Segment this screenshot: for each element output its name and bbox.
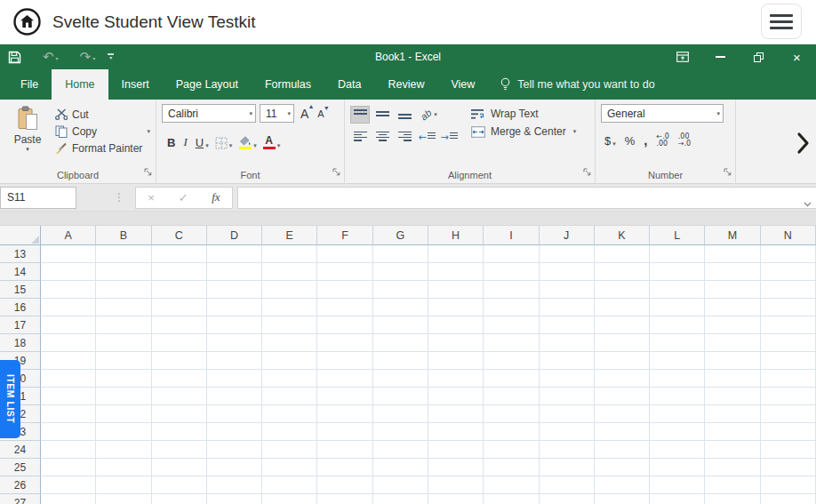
grid-cell[interactable] [96, 441, 151, 459]
grid-cell[interactable] [761, 245, 816, 263]
grid-cell[interactable] [207, 352, 262, 370]
number-format-select[interactable]: General ▾ [601, 104, 724, 123]
tab-view[interactable]: View [437, 69, 488, 100]
grid-cell[interactable] [317, 281, 372, 299]
align-right-button[interactable] [395, 128, 414, 146]
alignment-dialog-launcher[interactable] [583, 164, 591, 180]
grid-cell[interactable] [41, 316, 96, 334]
column-header[interactable]: J [540, 226, 595, 245]
grid-cell[interactable] [540, 245, 595, 263]
grid-cell[interactable] [96, 281, 151, 299]
grid-cell[interactable] [207, 388, 262, 405]
grid-cell[interactable] [761, 370, 816, 388]
tab-insert[interactable]: Insert [108, 69, 163, 100]
grid-cell[interactable] [705, 263, 760, 281]
grid-cell[interactable] [96, 352, 151, 370]
grid-cell[interactable] [595, 352, 650, 370]
grid-cell[interactable] [540, 494, 595, 504]
grid-cell[interactable] [373, 459, 428, 476]
grid-cell[interactable] [207, 299, 262, 316]
grid-cell[interactable] [484, 245, 539, 263]
grid-cell[interactable] [317, 441, 372, 459]
orientation-button[interactable]: ab ▾ [420, 109, 437, 120]
grid-cell[interactable] [96, 263, 151, 281]
grid-cell[interactable] [761, 316, 816, 334]
grid-cell[interactable] [650, 388, 705, 405]
grid-cell[interactable] [705, 370, 760, 388]
grid-cell[interactable] [705, 245, 760, 263]
grid-cell[interactable] [428, 388, 484, 405]
grid-cell[interactable] [207, 494, 262, 504]
grid-cell[interactable] [373, 352, 428, 370]
grid-cell[interactable] [761, 459, 816, 476]
grid-cell[interactable] [96, 334, 151, 352]
merge-center-button[interactable]: Merge & Center ▾ [471, 125, 576, 138]
ribbon-next-chevron-icon[interactable] [796, 132, 810, 158]
fill-color-button[interactable]: ▾ [238, 136, 257, 150]
grid-cell[interactable] [761, 494, 816, 504]
grid-cell[interactable] [152, 388, 207, 405]
grid-cell[interactable] [96, 494, 151, 504]
grid-cell[interactable] [262, 476, 317, 494]
grid-cell[interactable] [595, 423, 650, 441]
grid-cell[interactable] [96, 299, 151, 316]
grid-cell[interactable] [428, 441, 484, 459]
grid-cell[interactable] [373, 405, 428, 423]
grid-cell[interactable] [650, 441, 705, 459]
paste-button[interactable]: Paste ▾ [5, 104, 50, 167]
grid-cell[interactable] [484, 334, 539, 352]
grid-cell[interactable] [761, 476, 816, 494]
grid-cell[interactable] [96, 423, 151, 441]
grid-cell[interactable] [41, 263, 96, 281]
row-header[interactable]: 16 [0, 299, 41, 316]
redo-button[interactable]: ↷ ▾ [80, 51, 96, 63]
grid-cell[interactable] [152, 281, 207, 299]
select-all-corner[interactable] [0, 226, 41, 245]
decrease-indent-button[interactable]: ← [417, 128, 436, 146]
grid-cell[interactable] [96, 405, 151, 423]
grid-cell[interactable] [650, 245, 705, 263]
grid-cell[interactable] [207, 263, 262, 281]
number-dialog-launcher[interactable] [724, 164, 732, 180]
grid-cell[interactable] [428, 459, 484, 476]
font-size-select[interactable]: 11 ▾ [260, 104, 294, 123]
grid-cell[interactable] [595, 494, 650, 504]
grid-cell[interactable] [96, 370, 151, 388]
grid-cell[interactable] [262, 263, 317, 281]
grid-cell[interactable] [207, 334, 262, 352]
grid-cell[interactable] [650, 263, 705, 281]
increase-indent-button[interactable]: → [439, 128, 459, 146]
grid-cell[interactable] [373, 388, 428, 405]
grid-cell[interactable] [595, 245, 650, 263]
grid-cell[interactable] [317, 476, 372, 494]
underline-button[interactable]: U ▾ [196, 136, 209, 149]
grid-cell[interactable] [262, 441, 317, 459]
grid-cell[interactable] [540, 405, 595, 423]
bold-button[interactable]: B [167, 136, 175, 149]
grid-cell[interactable] [761, 388, 816, 405]
grid-cell[interactable] [41, 245, 96, 263]
grid-cell[interactable] [540, 352, 595, 370]
grid-cell[interactable] [484, 263, 539, 281]
grid-cell[interactable] [41, 352, 96, 370]
grid-cell[interactable] [262, 334, 317, 352]
grid-cell[interactable] [262, 316, 317, 334]
grid-cell[interactable] [317, 494, 372, 504]
formula-input[interactable] [237, 187, 816, 209]
grid-cell[interactable] [41, 441, 96, 459]
grid-cell[interactable] [373, 263, 428, 281]
grid-cell[interactable] [262, 459, 317, 476]
grid-cell[interactable] [484, 388, 539, 405]
enter-button[interactable]: ✓ [179, 191, 188, 204]
grid-cell[interactable] [428, 245, 484, 263]
grid-cell[interactable] [650, 334, 705, 352]
grid-cell[interactable] [373, 299, 428, 316]
grid-cell[interactable] [650, 281, 705, 299]
grid-cell[interactable] [705, 441, 760, 459]
column-header[interactable]: I [484, 226, 539, 245]
grid-cell[interactable] [262, 370, 317, 388]
grid-cell[interactable] [540, 299, 595, 316]
grid-cell[interactable] [41, 370, 96, 388]
comma-style-button[interactable]: , [644, 136, 647, 145]
grid-cell[interactable] [428, 281, 484, 299]
